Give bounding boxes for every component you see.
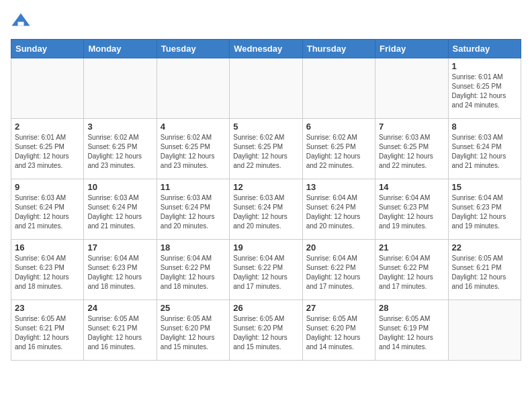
calendar-cell: 16Sunrise: 6:04 AM Sunset: 6:23 PM Dayli…: [11, 240, 84, 300]
calendar-cell: [157, 58, 229, 119]
day-number: 3: [87, 122, 152, 132]
calendar-cell: 15Sunrise: 6:04 AM Sunset: 6:23 PM Dayli…: [448, 179, 521, 240]
calendar-cell: 6Sunrise: 6:02 AM Sunset: 6:25 PM Daylig…: [302, 119, 375, 179]
page-header: [11, 11, 521, 31]
logo: [11, 11, 34, 31]
day-info: Sunrise: 6:04 AM Sunset: 6:23 PM Dayligh…: [452, 193, 517, 231]
day-info: Sunrise: 6:04 AM Sunset: 6:22 PM Dayligh…: [379, 254, 444, 291]
calendar-cell: [375, 58, 448, 119]
day-number: 15: [452, 182, 517, 192]
day-info: Sunrise: 6:03 AM Sunset: 6:24 PM Dayligh…: [452, 133, 517, 171]
calendar-cell: 25Sunrise: 6:05 AM Sunset: 6:20 PM Dayli…: [157, 300, 229, 361]
day-info: Sunrise: 6:02 AM Sunset: 6:25 PM Dayligh…: [87, 133, 152, 171]
day-number: 7: [379, 122, 444, 132]
day-info: Sunrise: 6:04 AM Sunset: 6:23 PM Dayligh…: [15, 254, 80, 291]
day-info: Sunrise: 6:04 AM Sunset: 6:22 PM Dayligh…: [233, 254, 298, 291]
calendar-header-sunday: Sunday: [11, 40, 84, 58]
day-number: 17: [87, 242, 152, 253]
day-info: Sunrise: 6:04 AM Sunset: 6:22 PM Dayligh…: [161, 254, 226, 291]
day-info: Sunrise: 6:03 AM Sunset: 6:24 PM Dayligh…: [15, 193, 80, 231]
day-info: Sunrise: 6:05 AM Sunset: 6:19 PM Dayligh…: [379, 314, 444, 352]
day-number: 9: [15, 182, 80, 192]
day-info: Sunrise: 6:01 AM Sunset: 6:25 PM Dayligh…: [452, 73, 517, 110]
calendar-header-row: SundayMondayTuesdayWednesdayThursdayFrid…: [11, 40, 521, 58]
calendar-cell: 24Sunrise: 6:05 AM Sunset: 6:21 PM Dayli…: [84, 300, 157, 361]
calendar-cell: [448, 300, 521, 361]
day-number: 26: [233, 303, 298, 313]
logo-icon: [11, 11, 31, 31]
day-number: 1: [452, 61, 517, 71]
calendar-week-1: 1Sunrise: 6:01 AM Sunset: 6:25 PM Daylig…: [11, 58, 521, 119]
calendar-cell: 23Sunrise: 6:05 AM Sunset: 6:21 PM Dayli…: [11, 300, 84, 361]
calendar-cell: 9Sunrise: 6:03 AM Sunset: 6:24 PM Daylig…: [11, 179, 84, 240]
day-number: 8: [452, 122, 517, 132]
day-info: Sunrise: 6:05 AM Sunset: 6:21 PM Dayligh…: [452, 254, 517, 291]
day-info: Sunrise: 6:02 AM Sunset: 6:25 PM Dayligh…: [233, 133, 298, 171]
calendar-cell: 19Sunrise: 6:04 AM Sunset: 6:22 PM Dayli…: [230, 240, 302, 300]
day-info: Sunrise: 6:05 AM Sunset: 6:20 PM Dayligh…: [233, 314, 298, 352]
day-number: 24: [87, 303, 152, 313]
calendar-cell: 2Sunrise: 6:01 AM Sunset: 6:25 PM Daylig…: [11, 119, 84, 179]
day-number: 14: [379, 182, 444, 192]
day-info: Sunrise: 6:01 AM Sunset: 6:25 PM Dayligh…: [15, 133, 80, 171]
calendar-header-thursday: Thursday: [302, 40, 375, 58]
calendar-header-monday: Monday: [84, 40, 157, 58]
calendar-cell: 21Sunrise: 6:04 AM Sunset: 6:22 PM Dayli…: [375, 240, 448, 300]
day-number: 2: [15, 122, 80, 132]
day-info: Sunrise: 6:05 AM Sunset: 6:21 PM Dayligh…: [15, 314, 80, 352]
calendar-cell: 14Sunrise: 6:04 AM Sunset: 6:23 PM Dayli…: [375, 179, 448, 240]
calendar-cell: 7Sunrise: 6:03 AM Sunset: 6:25 PM Daylig…: [375, 119, 448, 179]
day-info: Sunrise: 6:03 AM Sunset: 6:24 PM Dayligh…: [233, 193, 298, 231]
svg-rect-2: [18, 22, 24, 26]
day-number: 16: [15, 242, 80, 253]
day-info: Sunrise: 6:04 AM Sunset: 6:23 PM Dayligh…: [87, 254, 152, 291]
calendar-cell: 11Sunrise: 6:03 AM Sunset: 6:24 PM Dayli…: [157, 179, 229, 240]
calendar-week-5: 23Sunrise: 6:05 AM Sunset: 6:21 PM Dayli…: [11, 300, 521, 361]
day-info: Sunrise: 6:03 AM Sunset: 6:25 PM Dayligh…: [379, 133, 444, 171]
calendar-cell: 17Sunrise: 6:04 AM Sunset: 6:23 PM Dayli…: [84, 240, 157, 300]
calendar-cell: 22Sunrise: 6:05 AM Sunset: 6:21 PM Dayli…: [448, 240, 521, 300]
calendar-cell: 27Sunrise: 6:05 AM Sunset: 6:20 PM Dayli…: [302, 300, 375, 361]
calendar-cell: 28Sunrise: 6:05 AM Sunset: 6:19 PM Dayli…: [375, 300, 448, 361]
calendar-cell: 12Sunrise: 6:03 AM Sunset: 6:24 PM Dayli…: [230, 179, 302, 240]
day-number: 25: [161, 303, 226, 313]
calendar-cell: 8Sunrise: 6:03 AM Sunset: 6:24 PM Daylig…: [448, 119, 521, 179]
day-info: Sunrise: 6:05 AM Sunset: 6:21 PM Dayligh…: [87, 314, 152, 352]
calendar-week-4: 16Sunrise: 6:04 AM Sunset: 6:23 PM Dayli…: [11, 240, 521, 300]
day-number: 23: [15, 303, 80, 313]
calendar-cell: 13Sunrise: 6:04 AM Sunset: 6:24 PM Dayli…: [302, 179, 375, 240]
calendar-cell: [302, 58, 375, 119]
day-number: 22: [452, 242, 517, 253]
calendar-header-wednesday: Wednesday: [230, 40, 302, 58]
day-number: 6: [306, 122, 371, 132]
calendar-cell: 10Sunrise: 6:03 AM Sunset: 6:24 PM Dayli…: [84, 179, 157, 240]
day-info: Sunrise: 6:02 AM Sunset: 6:25 PM Dayligh…: [161, 133, 226, 171]
day-info: Sunrise: 6:04 AM Sunset: 6:24 PM Dayligh…: [306, 193, 371, 231]
calendar-cell: [11, 58, 84, 119]
day-number: 18: [161, 242, 226, 253]
calendar: SundayMondayTuesdayWednesdayThursdayFrid…: [11, 39, 521, 361]
day-info: Sunrise: 6:04 AM Sunset: 6:23 PM Dayligh…: [379, 193, 444, 231]
calendar-cell: 18Sunrise: 6:04 AM Sunset: 6:22 PM Dayli…: [157, 240, 229, 300]
day-info: Sunrise: 6:02 AM Sunset: 6:25 PM Dayligh…: [306, 133, 371, 171]
day-info: Sunrise: 6:05 AM Sunset: 6:20 PM Dayligh…: [161, 314, 226, 352]
day-number: 21: [379, 242, 444, 253]
calendar-cell: [84, 58, 157, 119]
day-number: 20: [306, 242, 371, 253]
calendar-cell: 4Sunrise: 6:02 AM Sunset: 6:25 PM Daylig…: [157, 119, 229, 179]
calendar-cell: 26Sunrise: 6:05 AM Sunset: 6:20 PM Dayli…: [230, 300, 302, 361]
day-number: 11: [161, 182, 226, 192]
day-number: 27: [306, 303, 371, 313]
day-info: Sunrise: 6:03 AM Sunset: 6:24 PM Dayligh…: [161, 193, 226, 231]
day-number: 10: [87, 182, 152, 192]
calendar-header-tuesday: Tuesday: [157, 40, 229, 58]
calendar-cell: 20Sunrise: 6:04 AM Sunset: 6:22 PM Dayli…: [302, 240, 375, 300]
calendar-cell: 1Sunrise: 6:01 AM Sunset: 6:25 PM Daylig…: [448, 58, 521, 119]
calendar-header-friday: Friday: [375, 40, 448, 58]
day-number: 13: [306, 182, 371, 192]
day-number: 4: [161, 122, 226, 132]
day-number: 12: [233, 182, 298, 192]
day-info: Sunrise: 6:05 AM Sunset: 6:20 PM Dayligh…: [306, 314, 371, 352]
day-number: 28: [379, 303, 444, 313]
calendar-header-saturday: Saturday: [448, 40, 521, 58]
